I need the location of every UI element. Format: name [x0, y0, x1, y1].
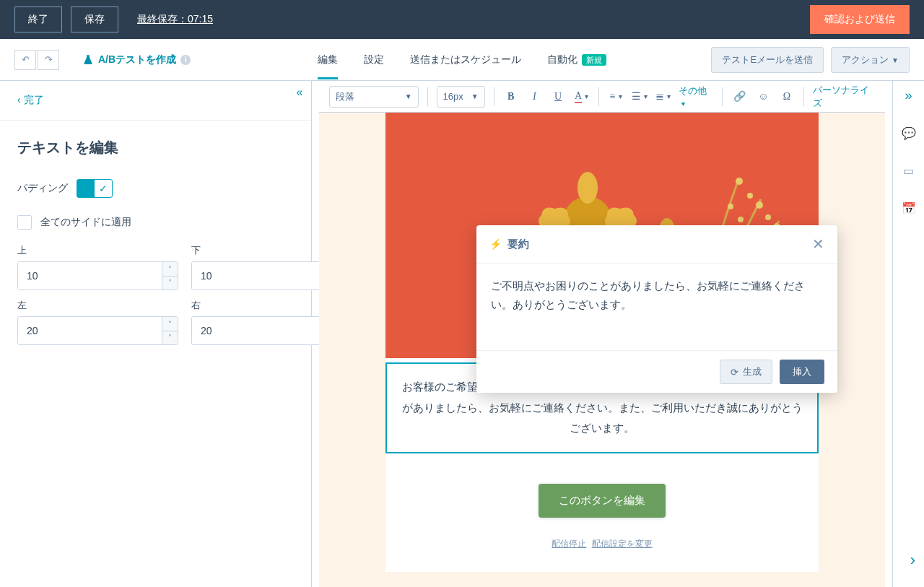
more-dropdown[interactable]: その他 ▾: [679, 84, 714, 108]
rich-text-toolbar: 段落▼ 16px▼ B I U A ▾ ≡ ▾ ☰ ▾ ≣ ▾ その他 ▾ 🔗 …: [319, 81, 885, 113]
padding-left-label: 左: [17, 299, 178, 312]
apply-all-label: 全てのサイドに適用: [40, 216, 131, 229]
popover-body: ご不明点やお困りのことがありましたら、お気軽にご連絡ください。ありがとうございま…: [476, 264, 837, 350]
padding-left-down[interactable]: ˅: [162, 331, 178, 345]
unsubscribe-link[interactable]: 配信停止: [552, 539, 586, 549]
tab-schedule[interactable]: 送信またはスケジュール: [410, 40, 521, 79]
save-button[interactable]: 保存: [71, 6, 118, 32]
test-email-button[interactable]: テストEメールを送信: [711, 47, 824, 73]
right-rail: » 💬 ▭ 📅 ›: [892, 81, 924, 587]
padding-toggle[interactable]: ✓: [77, 179, 113, 198]
svg-point-21: [756, 201, 763, 209]
padding-label: パディング: [17, 182, 68, 195]
cta-button[interactable]: このボタンを編集: [539, 484, 666, 518]
numbered-list-button[interactable]: ≣ ▾: [655, 88, 671, 105]
last-saved-text[interactable]: 最終保存：07:15: [137, 13, 213, 26]
padding-top-up[interactable]: ˄: [162, 262, 178, 277]
emoji-button[interactable]: ☺: [755, 88, 772, 105]
svg-point-2: [578, 172, 598, 204]
comments-icon[interactable]: 💬: [899, 123, 919, 143]
special-char-button[interactable]: Ω: [779, 88, 796, 105]
padding-top-label: 上: [17, 244, 178, 257]
refresh-icon: ⟳: [731, 367, 738, 378]
tab-edit[interactable]: 編集: [318, 40, 338, 79]
apply-all-checkbox[interactable]: [17, 215, 32, 230]
align-button[interactable]: ≡ ▾: [608, 88, 624, 105]
nav-bar: ↶ ↷ A/Bテストを作成 i 編集 設定 送信またはスケジュール 自動化新規 …: [0, 39, 924, 81]
italic-button[interactable]: I: [526, 88, 543, 105]
calendar-icon[interactable]: 📅: [899, 198, 919, 218]
link-button[interactable]: 🔗: [731, 88, 748, 105]
svg-point-20: [747, 193, 753, 199]
ab-test-link[interactable]: A/Bテストを作成 i: [82, 53, 191, 66]
bolt-icon: ⚡: [489, 238, 502, 250]
insert-button[interactable]: 挿入: [780, 360, 824, 384]
tab-settings[interactable]: 設定: [364, 40, 384, 79]
top-bar: 終了 保存 最終保存：07:15 確認および送信: [0, 0, 924, 39]
underline-button[interactable]: U: [550, 88, 567, 105]
svg-point-25: [738, 217, 744, 222]
padding-top-down[interactable]: ˅: [162, 277, 178, 290]
back-link[interactable]: ‹ 完了: [17, 94, 44, 105]
bold-button[interactable]: B: [502, 88, 519, 105]
preferences-link[interactable]: 配信設定を変更: [592, 539, 653, 549]
ai-summary-popover: ⚡ 要約 ✕ ご不明点やお困りのことがありましたら、お気軽にご連絡ください。あり…: [476, 225, 837, 393]
popover-title: 要約: [507, 238, 529, 251]
info-icon: i: [180, 55, 191, 65]
generate-button[interactable]: ⟳生成: [720, 360, 772, 384]
confirm-send-button[interactable]: 確認および送信: [810, 5, 910, 34]
padding-left-input[interactable]: [18, 317, 162, 344]
svg-point-19: [736, 178, 743, 185]
tab-automate[interactable]: 自動化新規: [547, 40, 606, 79]
padding-top-input[interactable]: [18, 262, 162, 290]
sidebar-title: テキストを編集: [17, 138, 294, 157]
exit-button[interactable]: 終了: [14, 6, 62, 32]
redo-button[interactable]: ↷: [38, 50, 59, 70]
undo-button[interactable]: ↶: [14, 50, 36, 70]
svg-point-24: [728, 204, 733, 209]
personalize-link[interactable]: パーソナライズ: [813, 84, 875, 110]
check-icon: ✓: [99, 183, 108, 194]
collapse-right-icon[interactable]: »: [899, 85, 919, 105]
flask-icon: [82, 54, 94, 66]
paragraph-select[interactable]: 段落▼: [329, 86, 419, 108]
next-arrow-icon[interactable]: ›: [910, 551, 915, 570]
left-sidebar: « ‹ 完了 テキストを編集 パディング ✓ 全てのサイドに適用 上: [0, 81, 312, 587]
new-badge: 新規: [582, 54, 606, 66]
actions-dropdown[interactable]: アクション▼: [831, 47, 910, 73]
padding-left-up[interactable]: ˄: [162, 317, 178, 331]
close-icon[interactable]: ✕: [812, 235, 824, 253]
bullet-list-button[interactable]: ☰ ▾: [632, 88, 648, 105]
text-color-button[interactable]: A ▾: [573, 88, 590, 105]
font-size-select[interactable]: 16px▼: [437, 86, 485, 108]
preview-icon[interactable]: ▭: [899, 160, 919, 181]
svg-point-22: [765, 214, 771, 220]
collapse-left-icon[interactable]: «: [291, 84, 308, 101]
